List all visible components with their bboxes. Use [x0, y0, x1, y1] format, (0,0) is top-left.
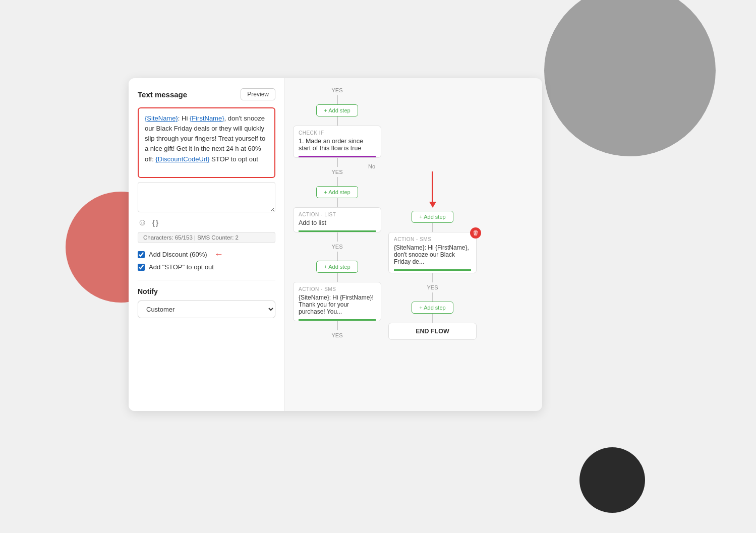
- token-firstname[interactable]: {FirstName}: [190, 114, 224, 122]
- connector-r4: [432, 314, 433, 323]
- token-discount-url[interactable]: {DiscountCodeUrl}: [155, 155, 209, 163]
- connector-2: [337, 116, 338, 126]
- emoji-icon[interactable]: ☺: [138, 217, 147, 228]
- yes-label-3: YES: [331, 332, 342, 338]
- emoji-row: ☺ { }: [138, 217, 275, 228]
- delete-button[interactable]: [470, 227, 481, 239]
- flow-right-col: No + Add step ACTION - SMS {SiteName}: H…: [388, 163, 477, 340]
- connector-1: [337, 95, 338, 104]
- yes-label-right: YES: [427, 284, 438, 290]
- add-step-btn-right[interactable]: + Add step: [412, 211, 453, 223]
- token-sitename[interactable]: {SiteName}: [145, 114, 178, 122]
- action-list-node[interactable]: ACTION - LIST Add to list: [293, 207, 381, 232]
- right-panel: YES + Add step CHECK IF 1. Made an order…: [285, 78, 542, 411]
- no-label: No: [368, 163, 375, 169]
- notify-section: Notify Customer Admin Custom: [138, 280, 275, 318]
- action-sms-right-header: ACTION - SMS: [394, 236, 471, 242]
- add-stop-checkbox[interactable]: [138, 264, 145, 271]
- connector-r1: [432, 223, 433, 232]
- yes-label-1: YES: [331, 169, 342, 175]
- flow-left-col: YES + Add step CHECK IF 1. Made an order…: [293, 85, 381, 340]
- red-arrow: [429, 171, 436, 208]
- add-step-btn-1[interactable]: + Add step: [316, 104, 358, 116]
- yes-label-top: YES: [331, 87, 342, 93]
- check-if-body: 1. Made an order since start of this flo…: [299, 138, 376, 157]
- connector-9: [337, 321, 338, 330]
- add-stop-label: Add "STOP" to opt out: [149, 263, 214, 271]
- check-if-header: CHECK IF: [299, 130, 376, 136]
- trash-icon: [473, 230, 478, 235]
- char-counter: Characters: 65/153 | SMS Counter: 2: [138, 232, 275, 243]
- bg-circle-gray: [544, 0, 716, 156]
- add-discount-label: Add Discount (60%): [149, 251, 207, 258]
- red-arrow-line: [432, 171, 433, 202]
- action-sms-left-header: ACTION - SMS: [299, 286, 376, 292]
- action-sms-left-body: {SiteName}: Hi {FirstName}! Thank you fo…: [299, 294, 376, 321]
- notify-label: Notify: [138, 287, 275, 295]
- connector-7: [337, 252, 338, 261]
- connector-8: [337, 273, 338, 282]
- action-sms-left-node[interactable]: ACTION - SMS {SiteName}: Hi {FirstName}!…: [293, 282, 381, 321]
- left-panel-header: Text message Preview: [138, 88, 275, 100]
- message-textarea[interactable]: [138, 182, 275, 212]
- preview-button[interactable]: Preview: [241, 88, 275, 100]
- notify-select[interactable]: Customer Admin Custom: [138, 301, 275, 318]
- connector-5: [337, 198, 338, 207]
- check-if-node[interactable]: CHECK IF 1. Made an order since start of…: [293, 126, 381, 158]
- connector-6: [337, 232, 338, 242]
- action-sms-right-node[interactable]: ACTION - SMS {SiteName}: Hi {FirstName},…: [388, 232, 477, 273]
- add-discount-row: Add Discount (60%) ←: [138, 249, 275, 260]
- bg-circle-dark: [579, 447, 645, 513]
- connector-r2: [432, 273, 433, 282]
- left-panel: Text message Preview {SiteName}: Hi {Fir…: [129, 78, 285, 411]
- message-box: {SiteName}: Hi {FirstName}, don't snooze…: [138, 107, 275, 178]
- action-list-body: Add to list: [299, 219, 376, 232]
- end-flow-node[interactable]: END FLOW: [388, 323, 477, 340]
- add-step-btn-3[interactable]: + Add step: [316, 261, 358, 273]
- action-sms-right-body: {SiteName}: Hi {FirstName}, don't snooze…: [394, 244, 471, 271]
- panel-title: Text message: [138, 90, 187, 99]
- red-arrow-head: [429, 202, 436, 208]
- add-step-btn-2[interactable]: + Add step: [316, 186, 358, 198]
- connector-r3: [432, 292, 433, 302]
- add-step-btn-right-2[interactable]: + Add step: [412, 302, 453, 314]
- yes-label-2: YES: [331, 244, 342, 250]
- main-card: Text message Preview {SiteName}: Hi {Fir…: [129, 78, 542, 411]
- add-discount-checkbox[interactable]: [138, 251, 145, 258]
- connector-4: [337, 177, 338, 186]
- code-icon[interactable]: { }: [152, 219, 158, 227]
- connector-3: [337, 158, 338, 167]
- add-stop-row: Add "STOP" to opt out: [138, 263, 275, 271]
- action-list-header: ACTION - LIST: [299, 212, 376, 217]
- arrow-indicator: ←: [214, 249, 223, 260]
